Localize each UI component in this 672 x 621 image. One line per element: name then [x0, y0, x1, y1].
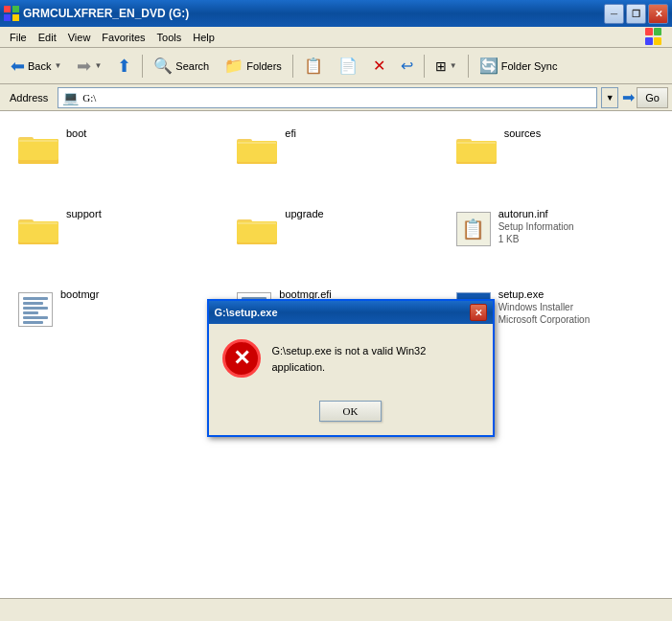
dialog-body: ✕ G:\setup.exe is not a valid Win32 appl… [209, 324, 493, 393]
dialog-titlebar: G:\setup.exe ✕ [209, 301, 493, 324]
error-dialog: G:\setup.exe ✕ ✕ G:\setup.exe is not a v… [207, 299, 495, 437]
dialog-title: G:\setup.exe [215, 307, 470, 318]
error-icon: ✕ [222, 339, 261, 378]
dialog-overlay: G:\setup.exe ✕ ✕ G:\setup.exe is not a v… [0, 0, 672, 621]
dialog-footer: OK [209, 393, 493, 435]
dialog-ok-button[interactable]: OK [319, 401, 382, 422]
dialog-message: G:\setup.exe is not a valid Win32 applic… [272, 339, 479, 375]
dialog-close-button[interactable]: ✕ [470, 304, 487, 321]
